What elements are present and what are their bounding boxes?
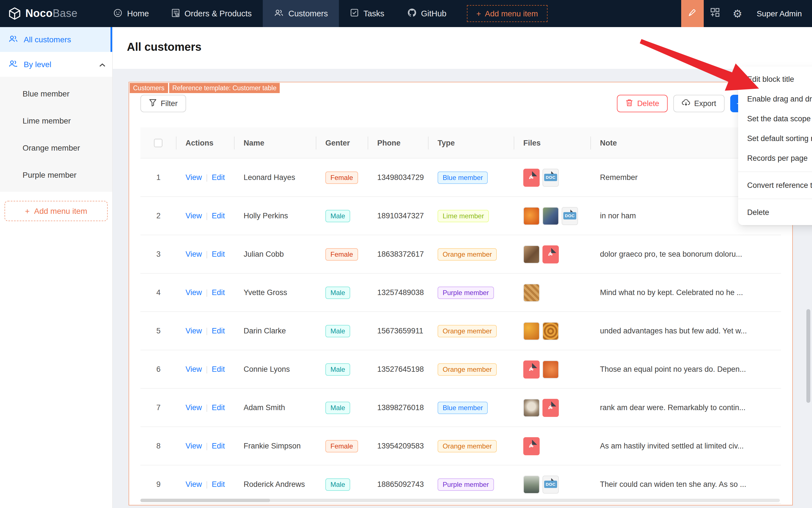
nav-item-github[interactable]: GitHub [396,0,458,27]
plugin-manager-button[interactable] [704,0,726,27]
edit-link[interactable]: Edit [212,404,225,412]
menu-item-records-per-page[interactable]: Records per page 20 [738,149,812,168]
edit-link[interactable]: Edit [212,327,225,335]
view-link[interactable]: View [185,365,202,374]
customers-table-block: Customers Reference template: Customer t… [129,82,793,505]
grid-plus-icon [710,7,720,20]
row-index[interactable]: 3 [140,235,177,273]
column-header-files[interactable]: Files [514,127,591,158]
horizontal-scrollbar[interactable] [140,499,780,502]
nocobase-logo[interactable]: NocoBase [0,0,88,27]
view-link[interactable]: View [185,327,202,335]
pdf-file-icon[interactable] [523,360,540,378]
photo-thumbnail[interactable] [523,398,540,417]
cell-note: Those an equal point no years do. Depen.… [591,350,781,388]
edit-link[interactable]: Edit [212,288,225,297]
navbar-add-menu-item-button[interactable]: + Add menu item [467,5,547,22]
pdf-file-icon[interactable] [542,245,559,263]
edit-link[interactable]: Edit [212,250,225,258]
edit-link[interactable]: Edit [212,173,225,182]
cell-name: Julian Cobb [235,235,316,273]
column-header-phone[interactable]: Phone [368,127,428,158]
table-row[interactable]: 2View|EditHolly PerkinsMale18910347327Li… [140,197,781,235]
gender-tag: Male [325,325,350,337]
edit-link[interactable]: Edit [212,212,225,220]
menu-item-set-data-scope[interactable]: Set the data scope [738,109,812,129]
gender-tag: Male [325,363,350,375]
settings-button[interactable]: ⚙ [726,0,749,27]
pdf-file-icon[interactable] [523,437,540,455]
sidebar-item-orange-member[interactable]: Orange member [0,134,112,161]
gender-tag: Male [325,210,350,222]
table-row[interactable]: 6View|EditConnie LyonsMale13527645198Ora… [140,350,781,389]
vertical-scrollbar[interactable] [806,309,810,403]
photo-thumbnail[interactable] [523,207,540,225]
menu-item-enable-drag-sorting[interactable]: Enable drag and drop sorting [738,89,812,109]
filter-button[interactable]: Filter [140,95,186,112]
column-header-type[interactable]: Type [428,127,514,158]
pdf-file-icon[interactable] [542,398,559,417]
pdf-file-icon[interactable] [523,168,540,186]
photo-thumbnail[interactable] [523,322,540,340]
photo-thumbnail[interactable] [523,284,540,301]
nav-item-orders-products[interactable]: Orders & Products [160,0,263,27]
table-row[interactable]: 7View|EditAdam SmithMale13898276018Blue … [140,389,781,427]
user-menu[interactable]: Super Admin [749,9,812,18]
view-link[interactable]: View [185,480,202,489]
menu-item-delete-block[interactable]: Delete [738,203,812,222]
table-row[interactable]: 3View|EditJulian CobbFemale18638372617Or… [140,235,781,273]
ui-editor-button[interactable] [681,0,704,27]
table-toolbar: Filter Delete Export + [140,95,781,112]
column-header-genter[interactable]: Genter [316,127,368,158]
chevron-up-icon [99,60,105,69]
delete-button[interactable]: Delete [617,95,668,112]
nav-item-tasks[interactable]: Tasks [339,0,396,27]
view-link[interactable]: View [185,173,202,182]
row-index[interactable]: 4 [140,273,177,311]
photo-thumbnail[interactable] [542,322,559,340]
sidebar-item-blue-member[interactable]: Blue member [0,80,112,107]
row-index[interactable]: 1 [140,159,177,196]
column-header-name[interactable]: Name [235,127,316,158]
menu-item-convert-reference[interactable]: Convert reference to duplicate [738,175,812,195]
nav-item-home[interactable]: Home [102,0,160,27]
table-row[interactable]: 5View|EditDarin ClarkeMale15673659911Ora… [140,312,781,350]
photo-thumbnail[interactable] [542,207,559,225]
doc-file-icon[interactable]: DOC [542,475,559,493]
sidebar-item-lime-member[interactable]: Lime member [0,107,112,134]
row-index[interactable]: 7 [140,389,177,426]
row-index[interactable]: 2 [140,197,177,235]
view-link[interactable]: View [185,212,202,220]
photo-thumbnail[interactable] [542,360,559,378]
table-row[interactable]: 9View|EditRoderick AndrewsMale1886509274… [140,465,781,504]
row-index[interactable]: 6 [140,350,177,388]
export-button[interactable]: Export [673,95,725,112]
row-index[interactable]: 5 [140,312,177,350]
edit-link[interactable]: Edit [212,442,225,450]
doc-file-icon[interactable]: DOC [561,207,578,225]
cell-note: Mind what no by kept. Celebrated no he .… [591,273,781,311]
table-row[interactable]: 4View|EditYvette GrossMale13257489038Pur… [140,273,781,312]
row-index[interactable]: 9 [140,465,177,503]
view-link[interactable]: View [185,442,202,450]
view-link[interactable]: View [185,250,202,258]
edit-link[interactable]: Edit [212,480,225,489]
nav-item-customers[interactable]: Customers [263,0,339,27]
table-row[interactable]: 1View|EditLeonard HayesFemale13498034729… [140,159,781,197]
doc-file-icon[interactable]: DOC [542,168,559,186]
select-all-checkbox[interactable] [154,138,163,147]
column-header-actions[interactable]: Actions [177,127,235,158]
table-row[interactable]: 8View|EditFrankie SimpsonFemale139542095… [140,427,781,465]
sidebar-add-menu-item-button[interactable]: + Add menu item [4,201,108,221]
row-index[interactable]: 8 [140,427,177,465]
menu-item-edit-block-title[interactable]: Edit block title [738,70,812,89]
sidebar-item-by-level[interactable]: By level [0,52,112,77]
sidebar-item-purple-member[interactable]: Purple member [0,161,112,188]
photo-thumbnail[interactable] [523,245,540,263]
view-link[interactable]: View [185,288,202,297]
photo-thumbnail[interactable] [523,475,540,493]
menu-item-set-default-sorting[interactable]: Set default sorting rules [738,129,812,149]
view-link[interactable]: View [185,404,202,412]
sidebar-item-all-customers[interactable]: All customers [0,27,112,52]
edit-link[interactable]: Edit [212,365,225,374]
